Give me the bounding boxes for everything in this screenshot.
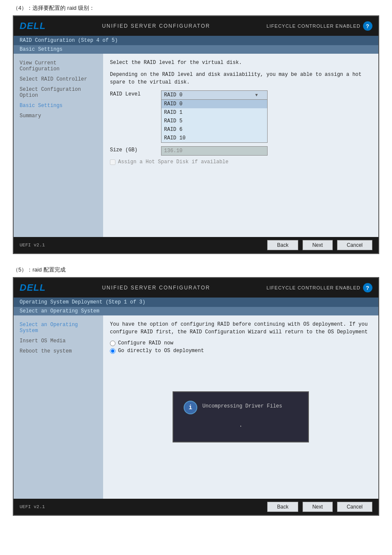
step-bar-sub-2: Select an Operating System xyxy=(14,307,378,315)
sidebar-item-summary[interactable]: Summary xyxy=(14,111,103,121)
footer-1: UEFI v2.1 Back Next Cancel xyxy=(14,237,378,253)
sidebar-2: Select an Operating System Insert OS Med… xyxy=(14,315,103,499)
raid-option-5[interactable]: RAID 5 xyxy=(161,117,267,125)
raid-option-0[interactable]: RAID 0 xyxy=(161,100,267,108)
footer-version-2: UEFI v2.1 xyxy=(20,504,45,509)
raid-selected-value: RAID 0 xyxy=(164,92,182,98)
section-gap xyxy=(0,254,392,262)
dropdown-arrow-icon: ▼ xyxy=(255,93,258,98)
step-bar-1: RAID Configuration (Step 4 of 5) xyxy=(14,36,378,45)
body-1: View Current Configuration Select RAID C… xyxy=(14,54,378,237)
header-2: DELL UNIFIED SERVER CONFIGURATOR LIFECYC… xyxy=(14,278,378,298)
raid-level-row: RAID Level RAID 0 ▼ RAID 0 RAID 1 RAID 5… xyxy=(110,90,372,143)
cancel-button-2[interactable]: Cancel xyxy=(337,502,372,512)
lifecycle-text-1: LIFECYCLE CONTROLLER ENABLED xyxy=(266,23,360,29)
dell-logo-2: DELL xyxy=(20,282,46,293)
hot-spare-row: Assign a Hot Spare Disk if available xyxy=(110,159,372,165)
dialog-progress: . xyxy=(184,421,298,429)
section-label-1: （4）：选择要配置的 raid 级别： xyxy=(0,0,392,15)
dialog-box: i Uncompressing Driver Files . xyxy=(173,391,309,442)
raid-dropdown-selected[interactable]: RAID 0 ▼ xyxy=(161,90,268,100)
lifecycle-2: LIFECYCLE CONTROLLER ENABLED ? xyxy=(266,283,372,292)
dialog-dot: . xyxy=(239,421,243,429)
cancel-button-1[interactable]: Cancel xyxy=(337,240,372,250)
header-title-1: UNIFIED SERVER CONFIGURATOR xyxy=(102,23,210,29)
dialog-message: Uncompressing Driver Files xyxy=(202,401,282,409)
back-button-2[interactable]: Back xyxy=(267,502,298,512)
step-bar-2: Operating System Deployment (Step 1 of 3… xyxy=(14,298,378,307)
footer-buttons-1: Back Next Cancel xyxy=(267,240,372,250)
sidebar-item-insert-media[interactable]: Insert OS Media xyxy=(14,336,103,346)
step-bar-sub-1: Basic Settings xyxy=(14,45,378,54)
raid-dropdown-container: RAID 0 ▼ RAID 0 RAID 1 RAID 5 RAID 6 RAI… xyxy=(161,90,268,143)
radio-go-directly-label: Go directly to OS deployment xyxy=(118,348,204,354)
footer-version-1: UEFI v2.1 xyxy=(20,243,45,248)
raid-option-1[interactable]: RAID 1 xyxy=(161,108,267,117)
radio-configure-raid-input[interactable] xyxy=(110,341,115,346)
footer-buttons-2: Back Next Cancel xyxy=(267,502,372,512)
radio-configure-raid: Configure RAID now xyxy=(110,340,372,346)
help-button-1[interactable]: ? xyxy=(363,21,372,31)
section-label-2: （5）：raid 配置完成 xyxy=(0,262,392,277)
lifecycle-1: LIFECYCLE CONTROLLER ENABLED ? xyxy=(266,21,372,31)
dialog-overlay-area: i Uncompressing Driver Files . xyxy=(110,357,372,477)
content-desc-os: You have the option of configuring RAID … xyxy=(110,321,372,336)
dell-logo-1: DELL xyxy=(20,20,46,32)
radio-go-directly: Go directly to OS deployment xyxy=(110,348,372,354)
content-area-1: Select the RAID level for the virtual di… xyxy=(103,54,378,237)
sidebar-item-view-current[interactable]: View Current Configuration xyxy=(14,58,103,74)
help-button-2[interactable]: ? xyxy=(363,283,372,292)
lifecycle-text-2: LIFECYCLE CONTROLLER ENABLED xyxy=(266,285,360,290)
header-1: DELL UNIFIED SERVER CONFIGURATOR LIFECYC… xyxy=(14,16,378,36)
body-2: Select an Operating System Insert OS Med… xyxy=(14,315,378,499)
dialog-info-icon: i xyxy=(184,401,197,414)
sidebar-item-select-raid-ctrl[interactable]: Select RAID Controller xyxy=(14,74,103,84)
next-button-2[interactable]: Next xyxy=(303,502,333,512)
raid-dropdown-list: RAID 0 RAID 1 RAID 5 RAID 6 RAID 10 xyxy=(161,100,268,143)
size-row: Size (GB) 136.10 xyxy=(110,146,372,156)
sidebar-item-reboot[interactable]: Reboot the system xyxy=(14,346,103,356)
hot-spare-label: Assign a Hot Spare Disk if available xyxy=(118,159,228,165)
size-value: 136.10 xyxy=(161,146,268,156)
back-button-1[interactable]: Back xyxy=(267,240,298,250)
content-desc1: Select the RAID level for the virtual di… xyxy=(110,59,372,66)
radio-configure-raid-label: Configure RAID now xyxy=(118,340,173,346)
header-title-2: UNIFIED SERVER CONFIGURATOR xyxy=(102,285,210,291)
radio-go-directly-input[interactable] xyxy=(110,348,115,354)
content-area-2: You have the option of configuring RAID … xyxy=(103,315,378,499)
dell-frame-2: DELL UNIFIED SERVER CONFIGURATOR LIFECYC… xyxy=(13,277,379,516)
sidebar-item-basic-settings[interactable]: Basic Settings xyxy=(14,101,103,111)
sidebar-item-select-config-option[interactable]: Select Configuration Option xyxy=(14,84,103,101)
raid-level-label: RAID Level xyxy=(110,90,161,97)
next-button-1[interactable]: Next xyxy=(303,240,333,250)
raid-option-10[interactable]: RAID 10 xyxy=(161,134,267,142)
dell-frame-1: DELL UNIFIED SERVER CONFIGURATOR LIFECYC… xyxy=(13,15,379,254)
footer-2: UEFI v2.1 Back Next Cancel xyxy=(14,499,378,515)
size-label: Size (GB) xyxy=(110,146,161,153)
content-desc2: Depending on the RAID level and disk ava… xyxy=(110,71,372,86)
hot-spare-checkbox[interactable] xyxy=(110,159,115,165)
dialog-content: i Uncompressing Driver Files xyxy=(184,401,298,414)
sidebar-item-select-os[interactable]: Select an Operating System xyxy=(14,320,103,336)
raid-option-6[interactable]: RAID 6 xyxy=(161,125,267,134)
sidebar-1: View Current Configuration Select RAID C… xyxy=(14,54,103,237)
